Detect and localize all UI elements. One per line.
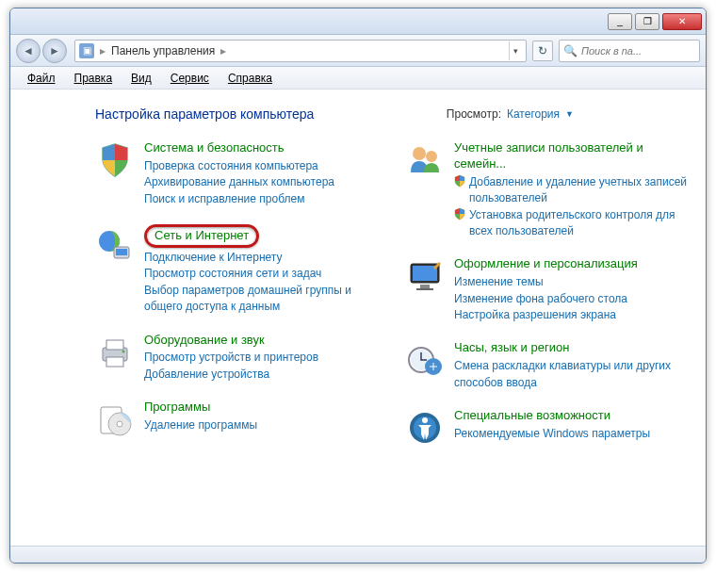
- sublink-label: Рекомендуемые Windows параметры: [454, 426, 650, 442]
- category-item: Система и безопасностьПроверка состояния…: [95, 140, 377, 207]
- category-item: Специальные возможностиРекомендуемые Win…: [405, 408, 687, 448]
- category-title[interactable]: Учетные записи пользователей и семейн...: [454, 140, 687, 172]
- category-title[interactable]: Оформление и персонализация: [454, 256, 638, 272]
- sublink-label: Просмотр устройств и принтеров: [144, 350, 318, 366]
- titlebar: _ ❐ ✕: [10, 8, 706, 35]
- category-item: Оборудование и звукПросмотр устройств и …: [95, 333, 377, 384]
- category-title[interactable]: Специальные возможности: [454, 408, 650, 424]
- sublink-label: Архивирование данных компьютера: [144, 174, 334, 190]
- menu-edit[interactable]: Правка: [67, 70, 121, 87]
- disc-icon: [95, 400, 135, 439]
- navigation-bar: ◄ ► ▣ ▸ Панель управления ▸ ▾ ↻ 🔍: [10, 35, 706, 67]
- category-sublink[interactable]: Настройка разрешения экрана: [454, 307, 638, 323]
- svg-point-6: [122, 350, 125, 352]
- globe-icon: [95, 224, 135, 264]
- search-icon: 🔍: [563, 44, 578, 57]
- uac-shield-icon: [454, 207, 465, 225]
- view-selector: Просмотр: Категория ▼: [447, 107, 574, 121]
- content-area: Настройка параметров компьютера Просмотр…: [10, 90, 706, 546]
- users-icon: [405, 140, 445, 180]
- category-title[interactable]: Сеть и Интернет: [144, 224, 259, 248]
- back-button[interactable]: ◄: [16, 39, 41, 63]
- category-item: Оформление и персонализацияИзменение тем…: [405, 256, 687, 323]
- maximize-button[interactable]: ❐: [635, 13, 659, 30]
- category-title[interactable]: Оборудование и звук: [144, 333, 318, 349]
- category-title[interactable]: Система и безопасность: [144, 140, 334, 156]
- svg-point-10: [413, 147, 426, 160]
- category-sublink[interactable]: Просмотр состояния сети и задач: [144, 266, 377, 282]
- category-item: ПрограммыУдаление программы: [95, 400, 377, 439]
- sublink-label: Установка родительского контроля для все…: [469, 207, 687, 240]
- category-item: Часы, язык и регионСмена раскладки клави…: [405, 340, 687, 391]
- category-column-left: Система и безопасностьПроверка состояния…: [95, 140, 377, 465]
- address-dropdown[interactable]: ▾: [509, 41, 522, 60]
- category-column-right: Учетные записи пользователей и семейн...…: [405, 140, 687, 465]
- search-input[interactable]: [581, 45, 695, 57]
- breadcrumb-sep: ▸: [220, 44, 226, 57]
- menu-service[interactable]: Сервис: [163, 70, 217, 87]
- category-sublink[interactable]: Удаление программы: [144, 417, 257, 433]
- status-bar: [10, 546, 706, 563]
- svg-rect-13: [413, 266, 437, 281]
- svg-rect-5: [106, 357, 123, 367]
- category-sublink[interactable]: Изменение темы: [454, 274, 638, 290]
- sublink-label: Смена раскладки клавиатуры или других сп…: [454, 358, 687, 391]
- svg-rect-4: [106, 340, 123, 350]
- category-sublink[interactable]: Выбор параметров домашней группы и общег…: [144, 283, 377, 316]
- svg-point-11: [426, 151, 437, 162]
- printer-icon: [95, 333, 135, 372]
- svg-point-9: [117, 421, 122, 427]
- address-bar[interactable]: ▣ ▸ Панель управления ▸ ▾: [74, 40, 527, 62]
- sublink-label: Добавление устройства: [144, 367, 269, 383]
- svg-point-22: [422, 417, 428, 423]
- category-sublink[interactable]: Смена раскладки клавиатуры или других сп…: [454, 358, 687, 391]
- sublink-label: Добавление и удаление учетных записей по…: [469, 174, 687, 207]
- clock-icon: [405, 340, 445, 380]
- category-sublink[interactable]: Изменение фона рабочего стола: [454, 291, 638, 307]
- category-sublink[interactable]: Добавление и удаление учетных записей по…: [454, 174, 687, 207]
- monitor-icon: [405, 256, 445, 296]
- category-sublink[interactable]: Поиск и исправление проблем: [144, 191, 334, 207]
- sublink-label: Удаление программы: [144, 417, 257, 433]
- uac-shield-icon: [454, 174, 465, 192]
- category-title[interactable]: Программы: [144, 400, 257, 416]
- category-title[interactable]: Часы, язык и регион: [454, 340, 687, 356]
- sublink-label: Просмотр состояния сети и задач: [144, 266, 321, 282]
- minimize-button[interactable]: _: [608, 13, 632, 30]
- refresh-button[interactable]: ↻: [532, 41, 553, 61]
- search-box[interactable]: 🔍: [559, 40, 700, 62]
- view-value[interactable]: Категория: [507, 107, 560, 121]
- category-sublink[interactable]: Установка родительского контроля для все…: [454, 207, 687, 240]
- sublink-label: Изменение фона рабочего стола: [454, 291, 627, 307]
- category-item: Учетные записи пользователей и семейн...…: [405, 140, 687, 239]
- category-sublink[interactable]: Подключение к Интернету: [144, 250, 377, 266]
- svg-rect-2: [116, 249, 127, 255]
- menu-view[interactable]: Вид: [123, 70, 159, 87]
- menu-help[interactable]: Справка: [220, 70, 280, 87]
- svg-rect-15: [420, 285, 430, 288]
- sublink-label: Проверка состояния компьютера: [144, 158, 318, 174]
- breadcrumb-sep: ▸: [100, 44, 106, 57]
- view-label: Просмотр:: [447, 107, 501, 121]
- menu-file[interactable]: Файл: [20, 70, 63, 87]
- svg-rect-16: [416, 288, 433, 290]
- control-panel-window: _ ❐ ✕ ◄ ► ▣ ▸ Панель управления ▸ ▾ ↻ 🔍 …: [9, 8, 707, 564]
- sublink-label: Изменение темы: [454, 274, 544, 290]
- chevron-down-icon[interactable]: ▼: [565, 109, 574, 119]
- close-button[interactable]: ✕: [662, 13, 702, 30]
- category-item: Сеть и ИнтернетПодключение к ИнтернетуПр…: [95, 224, 377, 315]
- category-sublink[interactable]: Архивирование данных компьютера: [144, 174, 334, 190]
- menu-bar: Файл Правка Вид Сервис Справка: [10, 67, 706, 90]
- sublink-label: Настройка разрешения экрана: [454, 307, 616, 323]
- sublink-label: Поиск и исправление проблем: [144, 191, 304, 207]
- access-icon: [405, 408, 445, 448]
- category-sublink[interactable]: Рекомендуемые Windows параметры: [454, 426, 650, 442]
- forward-button[interactable]: ►: [42, 39, 67, 63]
- category-sublink[interactable]: Просмотр устройств и принтеров: [144, 350, 318, 366]
- sublink-label: Подключение к Интернету: [144, 250, 283, 266]
- sublink-label: Выбор параметров домашней группы и общег…: [144, 283, 377, 316]
- breadcrumb-label[interactable]: Панель управления: [111, 44, 215, 57]
- category-sublink[interactable]: Проверка состояния компьютера: [144, 158, 334, 174]
- page-title: Настройка параметров компьютера: [95, 106, 314, 122]
- category-sublink[interactable]: Добавление устройства: [144, 367, 318, 383]
